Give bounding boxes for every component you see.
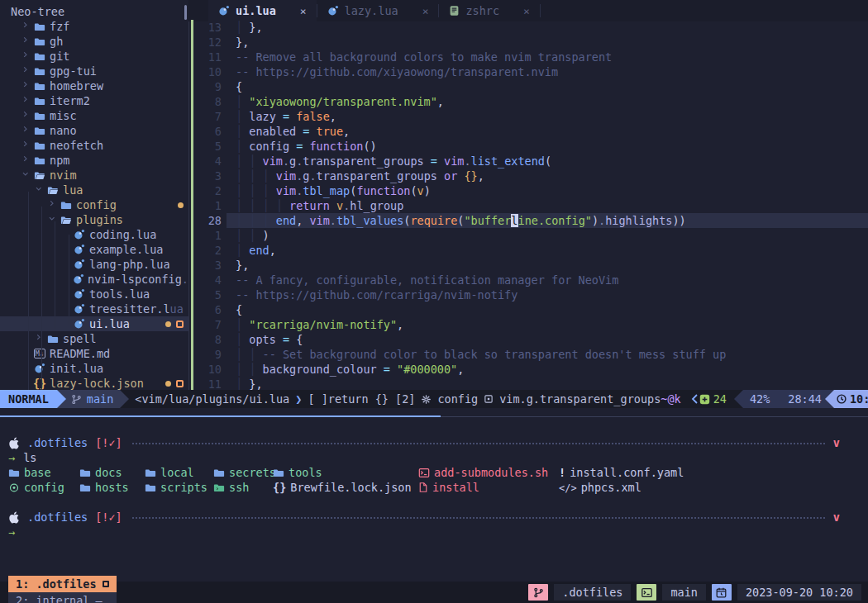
tree-item-label: tools.lua (89, 287, 150, 301)
prompt-arrow-icon: → (8, 525, 15, 539)
tree-item-label: init.lua (50, 362, 103, 375)
folder-icon (33, 81, 46, 92)
tree-item-label: coding.lua (89, 228, 156, 241)
context-statement: [ ]return {} [2] (308, 392, 415, 406)
chevron-right-icon[interactable] (20, 82, 33, 90)
tree-item-nvim[interactable]: nvim (0, 168, 188, 183)
tmux-window-.dotfiles[interactable]: 1: .dotfiles (8, 576, 117, 592)
tree-item-fzf[interactable]: fzf (0, 19, 188, 34)
code-line[interactable]: 3}, (189, 258, 868, 273)
tree-item-label: treesitter.lua (89, 302, 184, 316)
code-line[interactable]: 8│ "xiyaowong/transparent.nvim", (189, 94, 868, 109)
code-line[interactable]: 12}, (189, 35, 868, 50)
tree-item-iterm2[interactable]: iterm2 (0, 93, 188, 108)
code-line[interactable]: 7│ lazy = false, (189, 109, 868, 124)
ls-entry-docs: docs (79, 465, 122, 480)
chevron-right-icon[interactable] (20, 37, 33, 45)
chevron-down-icon[interactable] (33, 186, 46, 194)
code-line[interactable]: 10│ │ background_colour = "#000000", (189, 362, 868, 377)
line-number: 10 (189, 64, 222, 79)
line-number: 9 (189, 347, 222, 362)
powerline-separator (120, 390, 129, 408)
code-line[interactable]: 9│ │ -- Set background color to black so… (189, 347, 868, 362)
tree-item-npm[interactable]: npm (0, 153, 188, 168)
code-line[interactable]: 3│ │ │ vim.g.transparent_groups or {}, (189, 169, 868, 183)
folder-icon (33, 21, 46, 32)
code-line[interactable]: 4│ │ vim.g.transparent_groups = vim.list… (189, 154, 868, 169)
chevron-right-icon[interactable] (20, 67, 33, 75)
git-branch-icon (71, 394, 82, 405)
ls-entry-label: docs (95, 466, 122, 479)
ls-entry-label: hosts (95, 481, 129, 494)
chevron-right-icon[interactable] (20, 141, 33, 150)
braces-icon: {} (273, 481, 286, 494)
chevron-right-icon[interactable] (20, 126, 33, 135)
chevron-right-icon[interactable] (20, 22, 33, 31)
prompt-fill-dots (132, 517, 825, 519)
folder-icon (8, 468, 20, 478)
ls-entry-ssh: ssh (213, 480, 249, 495)
bang-icon: ! (559, 466, 565, 479)
code-line[interactable]: 5-- https://github.com/rcarriga/nvim-not… (189, 287, 868, 302)
tree-item-homebrew[interactable]: homebrew (0, 78, 188, 93)
code-line[interactable]: 4-- A fancy, configurable, notification … (189, 273, 868, 287)
scroll-progress: 42% (750, 390, 770, 408)
shell-prompt: .dotfiles[!✓]v (8, 435, 840, 450)
code-line[interactable]: 2│ end, (189, 243, 868, 258)
chevron-down-icon[interactable] (20, 171, 33, 179)
chevron-right-icon[interactable] (20, 97, 33, 105)
code-line[interactable]: 6│ enabled = true, (189, 124, 868, 139)
chevron-right-icon[interactable] (33, 335, 46, 343)
tab-zshrc[interactable]: zshrc× (439, 0, 539, 21)
code-editor[interactable]: 13│ },12},11-- Remove all background col… (189, 20, 868, 392)
line-number: 1 (189, 228, 222, 243)
tmux-window-internal[interactable]: 2: internal– (8, 592, 117, 603)
code-line[interactable]: 1│ │ │ │ return v.hl_group (189, 198, 868, 213)
code-line[interactable]: 9{ (189, 79, 868, 94)
tab-ui.lua[interactable]: ui.lua× (208, 0, 317, 21)
tmux-status-label: 2023-09-20 10:20 (737, 584, 861, 601)
ls-entry-label: scripts (160, 481, 207, 494)
line-number: 6 (189, 124, 222, 139)
lua-icon (73, 273, 84, 285)
tree-item-label: lang-php.lua (89, 258, 170, 271)
tab-lazy.lua[interactable]: lazy.lua× (317, 0, 439, 21)
tree-item-misc[interactable]: misc (0, 108, 188, 123)
neotree-scrollbar[interactable] (184, 5, 187, 20)
lua-icon (73, 288, 86, 300)
prompt-arrow-icon: → (8, 451, 15, 464)
code-line[interactable]: 8│ opts = { (189, 332, 868, 347)
chevron-right-icon[interactable] (20, 52, 33, 60)
code-line[interactable]: 13│ }, (189, 20, 868, 35)
code-line[interactable]: 5│ config = function() (189, 139, 868, 154)
chevron-right-icon[interactable] (46, 201, 60, 209)
tree-item-label: lua (63, 183, 83, 197)
ls-entry-hosts: hosts (79, 480, 129, 495)
command-line-empty[interactable]: → (8, 525, 840, 539)
close-icon[interactable]: × (422, 5, 429, 17)
tree-item-gh[interactable]: gh (0, 34, 188, 49)
command-line[interactable]: →ls (8, 450, 840, 465)
code-line[interactable]: 10-- https://github.com/xiyaowong/transp… (189, 64, 868, 79)
close-icon[interactable]: × (300, 5, 307, 17)
apple-icon (8, 437, 20, 449)
code-line[interactable]: 1│ │ ) (189, 228, 868, 243)
tree-item-nano[interactable]: nano (0, 123, 188, 138)
close-icon[interactable]: × (523, 5, 530, 17)
tab-label: lazy.lua (345, 4, 398, 17)
code-line[interactable]: 2│ │ │ vim.tbl_map(function(v) (189, 183, 868, 198)
code-line[interactable]: 6{ (189, 302, 868, 317)
chevron-right-icon[interactable] (20, 112, 33, 120)
line-number: 9 (189, 79, 222, 94)
chevron-down-icon[interactable] (46, 216, 60, 224)
chevron-right-icon[interactable] (20, 156, 33, 164)
code-line[interactable]: 7│ "rcarriga/nvim-notify", (189, 317, 868, 332)
shellscript-icon (418, 468, 430, 478)
code-line[interactable]: 28│ │ │ end, vim.tbl_values(require("buf… (189, 213, 868, 228)
tree-item-neofetch[interactable]: neofetch (0, 138, 188, 153)
tree-item-label: iterm2 (50, 94, 90, 107)
tree-item-git[interactable]: git (0, 49, 188, 64)
tmux-status-label: .dotfiles (554, 584, 631, 601)
code-line[interactable]: 11-- Remove all background colors to mak… (189, 50, 868, 64)
tree-item-gpg-tui[interactable]: gpg-tui (0, 64, 188, 78)
